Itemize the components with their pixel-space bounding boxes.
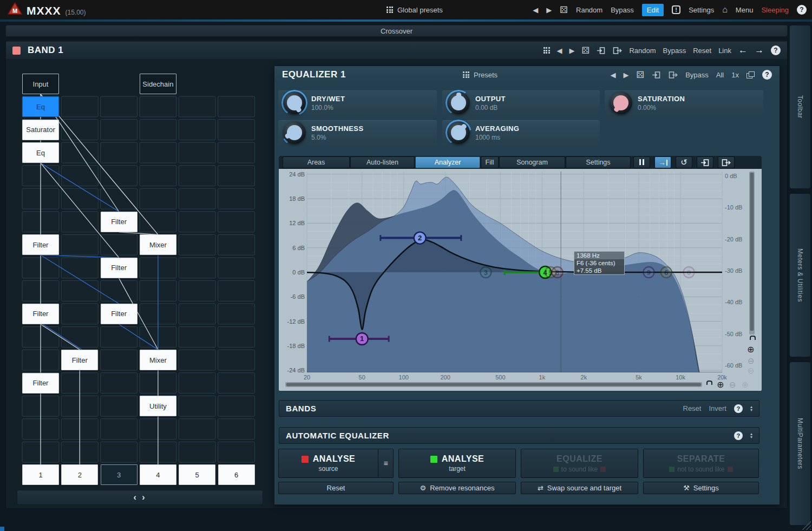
home-icon[interactable]: ⌂ <box>722 5 728 15</box>
node-sidechain[interactable]: Sidechain <box>140 74 176 94</box>
bands-section-header[interactable]: BANDS Reset Invert ? ▴▾ <box>279 400 759 417</box>
grid-cell[interactable] <box>61 304 98 324</box>
grid-cell[interactable] <box>179 350 215 370</box>
grid-cell[interactable] <box>218 166 255 186</box>
grid-cell[interactable] <box>218 234 255 255</box>
tab-analyzer[interactable]: Analyzer <box>415 156 480 168</box>
next-preset-icon[interactable]: ▶ <box>546 6 552 14</box>
auto-eq-help-icon[interactable]: ? <box>734 431 743 440</box>
band-reset-button[interactable]: Reset <box>693 47 711 55</box>
grid-cell[interactable] <box>179 373 215 394</box>
output-5[interactable]: 5 <box>179 464 215 485</box>
grid-cell[interactable] <box>218 142 255 163</box>
grid-cell[interactable] <box>101 419 137 440</box>
output-4[interactable]: 4 <box>140 464 176 485</box>
h-scrollbar-thumb[interactable] <box>286 383 701 386</box>
grid-cell[interactable] <box>218 304 255 324</box>
analyzer-pause-button[interactable] <box>633 156 650 168</box>
grid-cell[interactable] <box>61 188 98 209</box>
grid-cell[interactable] <box>101 280 137 301</box>
grid-cell[interactable] <box>61 327 98 348</box>
grid-cell[interactable] <box>61 120 98 140</box>
prev-preset-icon[interactable]: ◀ <box>533 6 538 14</box>
output-6[interactable]: 6 <box>218 464 255 485</box>
grid-cell[interactable] <box>61 258 98 278</box>
grid-cell[interactable] <box>218 419 255 440</box>
band-color-square[interactable] <box>12 47 21 55</box>
node-utility[interactable]: Utility <box>140 396 176 416</box>
y-zoom-out-icon-2[interactable]: ⊖ <box>748 366 755 376</box>
bands-invert-button[interactable]: Invert <box>709 404 726 412</box>
grid-cell[interactable] <box>218 442 255 462</box>
random-dice-icon[interactable]: ⚄ <box>560 4 568 16</box>
grid-cell[interactable] <box>101 188 137 209</box>
output-knob-tile[interactable]: OUTPUT0.00 dB <box>442 90 600 115</box>
grid-cell[interactable] <box>101 327 137 348</box>
analyzer-normalize-button[interactable]: → <box>654 156 671 168</box>
output-2[interactable]: 2 <box>61 464 98 485</box>
tab-auto-listen[interactable]: Auto-listen <box>350 156 415 168</box>
grid-cell[interactable] <box>140 188 176 209</box>
auto-eq-collapse-icon[interactable]: ▴▾ <box>750 432 752 439</box>
grid-cell[interactable] <box>179 212 215 232</box>
analyse-source-button[interactable]: ANALYSE source ≡ <box>278 449 394 478</box>
equalizer-export-icon[interactable] <box>669 71 678 79</box>
grid-cell[interactable] <box>101 396 137 416</box>
y-zoom-in-icon[interactable]: ⊕ <box>747 344 754 355</box>
band-link-button[interactable]: Link <box>718 47 731 55</box>
grid-cell[interactable] <box>179 96 215 117</box>
sidebar-tab-meters-utilities[interactable]: Meters & Utilities <box>789 193 811 357</box>
band-export-icon[interactable] <box>613 47 622 55</box>
equalizer-channels-button[interactable]: All <box>716 71 724 79</box>
eq-band-9-handle[interactable]: 9 <box>643 267 654 278</box>
dry-wet-knob[interactable] <box>283 91 306 114</box>
analyzer-chart-canvas[interactable]: 12345896024 dB18 dB12 dB6 dB0 dB-6 dB-12… <box>279 169 762 391</box>
equalizer-help-icon[interactable]: ? <box>762 70 772 80</box>
eq-band-8-handle[interactable]: 8 <box>552 267 563 278</box>
eq-band-6-handle[interactable]: 6 <box>661 267 672 278</box>
node-eq[interactable]: Eq <box>22 142 59 163</box>
settings-button[interactable]: Settings <box>689 6 714 14</box>
equalizer-import-icon[interactable] <box>652 71 661 79</box>
bands-reset-button[interactable]: Reset <box>683 404 702 412</box>
node-filter[interactable]: Filter <box>22 304 59 324</box>
help-icon[interactable]: ? <box>797 5 807 15</box>
bands-help-icon[interactable]: ? <box>734 404 743 413</box>
grid-cell[interactable] <box>179 442 215 462</box>
band-dice-icon[interactable]: ⚄ <box>582 45 590 56</box>
x-zoom-in-icon[interactable]: ⊕ <box>717 379 724 390</box>
node-filter[interactable]: Filter <box>61 350 98 370</box>
smoothness-knob[interactable] <box>283 121 306 144</box>
grid-cell[interactable] <box>61 96 98 117</box>
band-prev-icon[interactable]: ◀ <box>557 47 562 55</box>
equalizer-prev-icon[interactable]: ◀ <box>610 71 615 79</box>
sleeping-status[interactable]: Sleeping <box>761 6 789 14</box>
equalizer-oversampling-button[interactable]: 1x <box>731 71 739 79</box>
analyzer-export-button[interactable] <box>718 156 735 168</box>
grid-cell[interactable] <box>101 234 137 255</box>
global-presets-button[interactable]: Global presets <box>397 6 443 14</box>
node-filter[interactable]: Filter <box>22 234 59 255</box>
auto-eq-settings-button[interactable]: ⚒ Settings <box>643 482 759 494</box>
bypass-button[interactable]: Bypass <box>611 6 634 14</box>
grid-cell[interactable] <box>101 373 137 394</box>
window-resize-grip[interactable] <box>802 521 811 530</box>
x-zoom-out-icon[interactable]: ⊖ <box>729 380 736 390</box>
equalize-button[interactable]: EQUALIZE to sound like <box>521 449 638 478</box>
grid-cell[interactable] <box>218 373 255 394</box>
output-3[interactable]: 3 <box>101 464 137 485</box>
crossover-tab[interactable]: Crossover <box>5 25 788 37</box>
grid-cell[interactable] <box>101 96 137 117</box>
grid-cell[interactable] <box>140 212 176 232</box>
analyzer-import-button[interactable] <box>697 156 713 168</box>
eq-band-0-handle[interactable]: 0 <box>684 267 695 278</box>
grid-cell[interactable] <box>218 120 255 140</box>
grid-cell[interactable] <box>179 327 215 348</box>
node-filter[interactable]: Filter <box>22 373 59 394</box>
grid-cell[interactable] <box>218 96 255 117</box>
grid-cell[interactable] <box>179 188 215 209</box>
band-presets-grid-icon[interactable] <box>543 47 550 54</box>
equalizer-presets-button[interactable]: Presets <box>463 71 497 79</box>
averaging-knob[interactable] <box>447 121 470 144</box>
analyzer-reset-button[interactable]: ↺ <box>676 156 692 168</box>
